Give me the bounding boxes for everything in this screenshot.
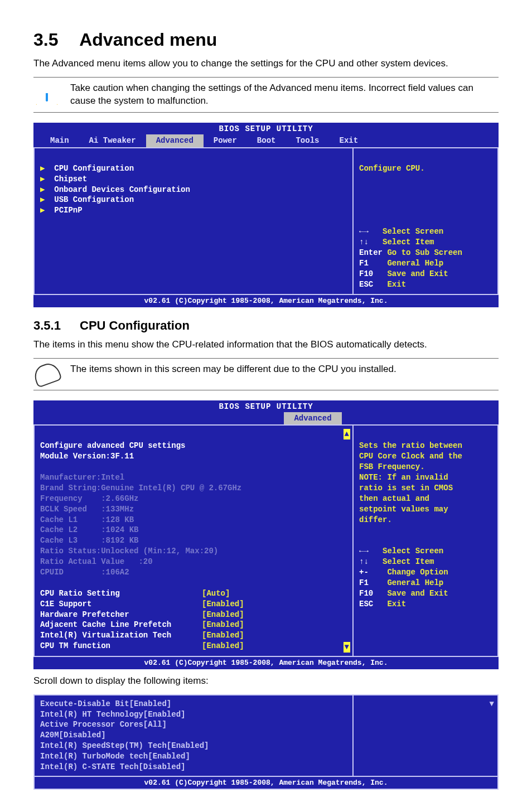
sub-intro-paragraph: The items in this menu show the CPU-rela… <box>33 339 499 351</box>
info-line: CPUID :106A2 <box>40 568 129 577</box>
setting-label: Execute-Disable Bit <box>40 699 129 708</box>
bios-left-panel: ▶ CPU Configuration ▶ Chipset ▶ Onboard … <box>33 148 354 296</box>
setting-value: [Enabled] <box>143 710 186 719</box>
bios-menu-advanced[interactable]: Advanced <box>146 134 204 147</box>
subsection-title: CPU Configuration <box>80 318 190 332</box>
bios-advanced-menu-screenshot: BIOS SETUP UTILITY Main Ai Tweaker Advan… <box>33 123 499 307</box>
info-line: Frequency :2.66GHz <box>40 494 138 503</box>
scroll-left-panel: Execute-Disable Bit[Enabled]Intel(R) HT … <box>35 695 352 776</box>
bios-menu-tools[interactable]: Tools <box>286 134 329 147</box>
setting-row[interactable]: Intel(R) HT Technology[Enabled] <box>40 709 347 720</box>
key-f10-label: Save and Exit <box>387 269 448 278</box>
caution-callout: Take caution when changing the settings … <box>33 77 499 113</box>
key-f1-label: General Help <box>387 578 443 587</box>
setting-value: [Enabled] <box>202 620 244 630</box>
setting-label: Intel(R) TurboMode tech <box>40 752 148 761</box>
setting-value: [Enabled] <box>202 599 244 610</box>
setting-label: C1E Support <box>40 599 202 610</box>
scrollfrag-footer: v02.61 (C)Copyright 1985-2008, American … <box>35 776 497 789</box>
info-line: Ratio Actual Value :20 <box>40 557 153 566</box>
bios-cpu-config-screenshot: BIOS SETUP UTILITY Advanced Configure ad… <box>33 400 499 669</box>
bios-menu-aitweaker[interactable]: Ai Tweaker <box>79 134 146 147</box>
bios2-footer: v02.61 (C)Copyright 1985-2008, American … <box>33 657 499 669</box>
key-enter: Enter <box>359 248 383 257</box>
setting-label: Active Processor Cores <box>40 720 143 729</box>
key-select-screen: Select Screen <box>383 547 443 555</box>
subsection-number: 3.5.1 <box>33 317 61 334</box>
bios-right-panel: Configure CPU. ←→ Select Screen ↑↓ Selec… <box>354 148 499 296</box>
setting-label: Hardware Prefetcher <box>40 610 202 620</box>
info-line: Brand String:Genuine Intel(R) CPU @ 2.67… <box>40 484 241 492</box>
key-esc-label: Exit <box>387 280 406 289</box>
key-esc: ESC <box>359 280 373 289</box>
key-plusminus: +- <box>359 568 369 577</box>
setting-value: [Enabled] <box>202 630 244 641</box>
key-f10: F10 <box>359 269 373 278</box>
key-esc: ESC <box>359 600 373 608</box>
info-line: Cache L3 :8192 KB <box>40 536 138 545</box>
intro-paragraph: The Advanced menu items allow you to cha… <box>33 57 499 70</box>
setting-label: Intel(R) Virtualization Tech <box>40 630 202 641</box>
bios-footer: v02.61 (C)Copyright 1985-2008, American … <box>33 295 499 307</box>
setting-value: [Enabled] <box>148 752 190 761</box>
setting-row[interactable]: Intel(R) TurboMode tech[Enabled] <box>40 751 347 762</box>
info-line: Manufacturer:Intel <box>40 473 124 482</box>
bios-menu-main[interactable]: Main <box>40 134 79 147</box>
bios-item-onboard[interactable]: Onboard Devices Configuration <box>54 185 190 194</box>
scroll-down-label: Scroll down to display the following ite… <box>33 675 499 688</box>
setting-row[interactable]: CPU TM function[Enabled] <box>40 641 347 651</box>
bios2-left-panel: Configure advanced CPU settings Module V… <box>33 426 354 657</box>
subsection-heading: 3.5.1 CPU Configuration <box>33 317 499 334</box>
key-f10: F10 <box>359 589 373 598</box>
setting-value: [Enabled] <box>202 610 244 620</box>
bios-item-pcipnp[interactable]: PCIPnP <box>54 206 82 215</box>
bios-item-chipset[interactable]: Chipset <box>54 175 87 183</box>
setting-value: [All] <box>143 720 167 729</box>
bios2-header1: Configure advanced CPU settings <box>40 441 185 450</box>
note-callout: The items shown in this screen may be di… <box>33 358 499 390</box>
setting-row[interactable]: Intel(R) SpeedStep(TM) Tech[Enabled] <box>40 741 347 751</box>
key-esc-label: Exit <box>387 600 406 608</box>
scroll-right-panel: ▼ <box>352 695 497 776</box>
bios2-menu-bar: Advanced <box>33 412 499 425</box>
setting-row[interactable]: Active Processor Cores[All] <box>40 719 347 730</box>
bios-menu-exit[interactable]: Exit <box>329 134 368 147</box>
setting-label: Adjacent Cache Line Prefetch <box>40 620 202 630</box>
info-line: Cache L2 :1024 KB <box>40 525 138 534</box>
setting-row[interactable]: CPU Ratio Setting[Auto] <box>40 588 347 599</box>
setting-row[interactable]: Intel(R) Virtualization Tech[Enabled] <box>40 630 347 641</box>
setting-value: [Disabled] <box>138 762 185 771</box>
setting-row[interactable]: Adjacent Cache Line Prefetch[Enabled] <box>40 620 347 630</box>
scroll-up-icon: ▲ <box>344 429 350 439</box>
setting-row[interactable]: Intel(R) C-STATE Tech[Disabled] <box>40 762 347 772</box>
info-line: BCLK Speed :133MHz <box>40 505 134 514</box>
setting-value: [Disabled] <box>59 731 106 740</box>
setting-value: [Auto] <box>202 588 230 599</box>
setting-row[interactable]: Execute-Disable Bit[Enabled] <box>40 699 347 709</box>
info-line: Cache L1 :128 KB <box>40 515 134 524</box>
bios-item-cpu-config[interactable]: CPU Configuration <box>54 164 134 173</box>
setting-row[interactable]: C1E Support[Enabled] <box>40 599 347 610</box>
section-number: 3.5 <box>33 28 58 52</box>
scroll-down-icon: ▼ <box>490 699 494 708</box>
bios-item-usb[interactable]: USB Configuration <box>54 195 134 204</box>
bios2-menu-advanced[interactable]: Advanced <box>284 412 341 425</box>
key-f1-label: General Help <box>387 259 443 268</box>
setting-value: [Enabled] <box>202 641 244 651</box>
setting-label: Intel(R) HT Technology <box>40 710 143 719</box>
bios-menu-power[interactable]: Power <box>204 134 247 147</box>
caution-text: Take caution when changing the settings … <box>60 81 499 108</box>
bios2-right-panel: Sets the ratio between CPU Core Clock an… <box>354 426 499 657</box>
setting-row[interactable]: A20M[Disabled] <box>40 730 347 741</box>
warning-icon <box>33 81 60 109</box>
key-plusminus-label: Change Option <box>387 568 448 577</box>
bios2-help-text: Sets the ratio between CPU Core Clock an… <box>359 441 462 524</box>
bios2-header2: Module Version:3F.11 <box>40 452 134 461</box>
key-select-screen: Select Screen <box>383 227 443 236</box>
bios-menu-boot[interactable]: Boot <box>247 134 286 147</box>
key-f1: F1 <box>359 578 369 587</box>
setting-row[interactable]: Hardware Prefetcher[Enabled] <box>40 610 347 620</box>
setting-label: CPU Ratio Setting <box>40 588 202 599</box>
note-text: The items shown in this screen may be di… <box>60 362 499 376</box>
info-line: Ratio Status:Unlocked (Min:12, Max:20) <box>40 547 218 555</box>
